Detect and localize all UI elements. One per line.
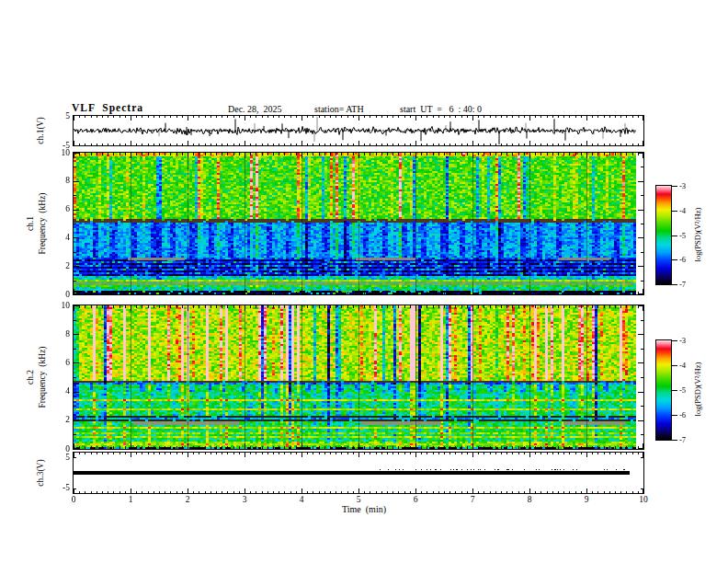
time-tick-label: 7: [461, 495, 483, 504]
time-tick-label: 4: [290, 495, 313, 504]
panel-ch2-spectrogram: [73, 304, 644, 450]
spec1-ytick-label: 6: [48, 204, 70, 213]
ch1-voltage-waveform: [74, 116, 643, 145]
time-tick-label: 1: [119, 495, 142, 504]
spec1-ytick-label: 2: [48, 261, 70, 270]
figure-title: VLF Spectra: [72, 102, 143, 113]
spec1-ytick-label: 4: [48, 233, 70, 242]
colorbar-tickmark: [672, 211, 677, 212]
time-tick-label: 10: [632, 495, 654, 504]
ch3-voltage-axis-label: ch.3(V): [36, 459, 45, 486]
ch1-voltage-axis-label: ch.1(V): [36, 117, 45, 144]
colorbar-tick-label: -6: [679, 255, 700, 264]
colorbar-ch1: [655, 185, 672, 285]
wave3-ytick-label: -5: [48, 483, 70, 492]
ch1-spectrogram-channel-label: ch.1: [26, 216, 35, 231]
colorbar-tickmark: [672, 236, 677, 236]
colorbar-ch2-gradient: [656, 340, 671, 440]
panel-ch3-voltage: [73, 452, 644, 494]
time-tick-label: 2: [176, 495, 199, 504]
spec2-ytick-label: 8: [48, 329, 70, 339]
colorbar-tick-label: -3: [679, 181, 700, 190]
colorbar-tickmark: [672, 365, 677, 366]
colorbar-tick-label: -6: [679, 410, 700, 419]
ch3-voltage-waveform: [74, 453, 643, 493]
colorbar-tickmark: [672, 440, 677, 441]
panel-ch1-spectrogram: [73, 152, 644, 295]
colorbar-tickmark: [672, 415, 677, 416]
ch2-frequency-axis-label: Frequency (kHz): [38, 346, 47, 408]
colorbar-tick-label: -4: [679, 361, 700, 370]
vlf-spectra-figure: VLF Spectra Dec. 28, 2025 station= ATH s…: [0, 0, 728, 563]
time-axis-label: Time (min): [342, 504, 386, 514]
wave1-ytick-label: 5: [48, 111, 70, 121]
colorbar-tick-label: -5: [679, 385, 700, 395]
ch2-spectrogram-channel-label: ch.2: [26, 370, 35, 385]
colorbar-tickmark: [672, 186, 677, 187]
spec2-ytick-label: 4: [48, 386, 70, 396]
colorbar-tick-label: -7: [679, 435, 700, 444]
time-tick-label: 8: [518, 495, 540, 504]
wave3-ytick-label: 5: [48, 453, 70, 462]
colorbar-ch2: [655, 339, 672, 441]
colorbar-tick-label: -7: [679, 280, 700, 289]
spec1-ytick-label: 10: [48, 148, 70, 157]
header-station: station= ATH: [314, 104, 364, 114]
spec2-ytick-label: 6: [48, 358, 70, 367]
ch1-frequency-axis-label: Frequency (kHz): [38, 192, 47, 254]
time-tick-label: 6: [404, 495, 427, 504]
spec1-ytick-label: 0: [48, 290, 70, 299]
ch2-spectrogram-heatmap: [74, 305, 643, 449]
colorbar-tickmark: [672, 340, 677, 341]
colorbar-tick-label: -4: [679, 206, 700, 215]
colorbar-tickmark: [672, 284, 677, 285]
ch1-spectrogram-heatmap: [74, 153, 643, 294]
colorbar-tickmark: [672, 390, 677, 391]
panel-ch1-voltage: [73, 115, 644, 146]
colorbar-tick-label: -5: [679, 231, 700, 240]
header-date: Dec. 28, 2025: [228, 104, 282, 114]
spec2-ytick-label: 2: [48, 415, 70, 424]
time-tick-label: 9: [575, 495, 597, 504]
spec2-ytick-label: 10: [48, 301, 70, 310]
time-tick-label: 0: [63, 495, 85, 504]
colorbar-tick-label: -3: [679, 336, 700, 345]
time-tick-label: 3: [233, 495, 256, 504]
colorbar-tickmark: [672, 259, 677, 260]
header-start-ut: start UT = 6 : 40: 0: [400, 104, 482, 114]
colorbar-ch1-gradient: [656, 186, 671, 284]
spec1-ytick-label: 8: [48, 176, 70, 185]
time-tick-label: 5: [347, 495, 370, 504]
